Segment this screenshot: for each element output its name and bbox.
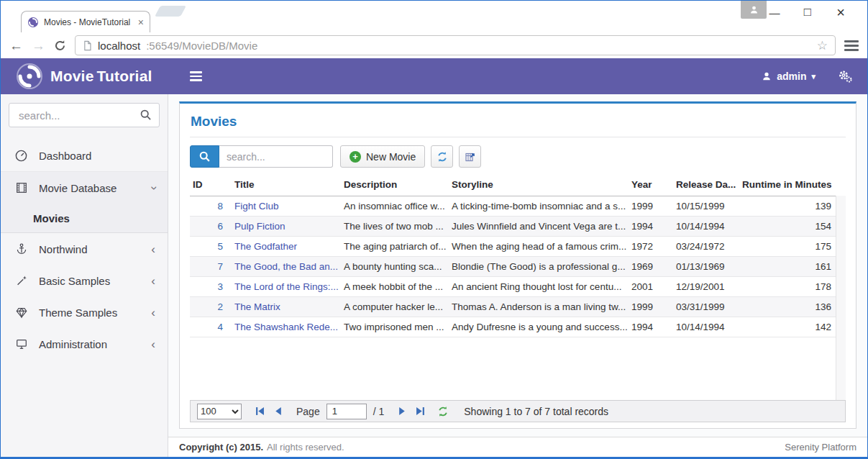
table-row: 8Fight ClubAn insomniac office w...A tic… — [190, 196, 836, 217]
app-logo-spiral-icon — [15, 62, 44, 91]
address-bar[interactable]: localhost:56549/MovieDB/Movie ☆ — [75, 35, 836, 55]
sidebar-toggle-icon[interactable] — [190, 71, 202, 81]
browser-tab[interactable]: Movies - MovieTutorial × — [21, 11, 150, 32]
url-host: localhost — [98, 40, 140, 52]
next-page-icon[interactable] — [398, 406, 407, 416]
search-icon — [140, 109, 152, 121]
movie-title-link[interactable]: The Shawshank Rede... — [234, 322, 338, 332]
first-page-icon[interactable] — [255, 406, 265, 416]
sidebar-item-theme-samples[interactable]: Theme Samples ‹ — [1, 296, 168, 328]
forward-icon[interactable]: → — [32, 39, 45, 53]
table-cell-title: The Godfather — [232, 237, 341, 257]
quick-search-button[interactable] — [190, 145, 219, 168]
movies-panel: Movies + New Movie — [179, 101, 856, 429]
table-cell-title: The Good, the Bad an... — [232, 257, 341, 277]
column-header-runtime[interactable]: Runtime in Minutes — [739, 175, 836, 196]
new-movie-button[interactable]: + New Movie — [340, 145, 425, 168]
brand-part-2: Tutorial — [97, 68, 152, 85]
table-cell-id: 6 — [190, 217, 232, 237]
quick-search-input[interactable] — [219, 145, 333, 168]
movie-title-link[interactable]: The Matrix — [234, 301, 280, 312]
caret-down-icon: ▾ — [811, 72, 816, 81]
maximize-button[interactable]: □ — [791, 2, 824, 22]
user-icon — [762, 71, 772, 81]
movie-title-link[interactable]: The Good, the Bad an... — [234, 261, 338, 272]
export-excel-button[interactable] — [459, 145, 481, 168]
column-header-title[interactable]: Title — [232, 175, 341, 196]
table-cell-desc: The aging patriarch of... — [341, 237, 449, 257]
table-cell-date: 10/14/1994 — [673, 317, 739, 337]
table-cell-desc: An insomniac office w... — [341, 196, 449, 217]
page-number-input[interactable] — [326, 404, 367, 419]
back-icon[interactable]: ← — [9, 39, 23, 53]
chevron-left-icon: ‹ — [151, 306, 155, 319]
table-header-row: ID Title Description Storyline Year Rele… — [190, 175, 836, 196]
sidebar-item-label: Administration — [39, 338, 107, 350]
plus-circle-icon: + — [350, 151, 361, 163]
table-row: 7The Good, the Bad an...A bounty hunting… — [190, 257, 836, 277]
url-path: :56549/MovieDB/Movie — [146, 40, 257, 52]
column-header-description[interactable]: Description — [341, 175, 449, 196]
table-cell-story: Blondie (The Good) is a professional g..… — [449, 257, 629, 277]
table-cell-runtime: 175 — [739, 237, 836, 257]
diamond-icon — [14, 306, 28, 319]
settings-gears-icon[interactable] — [837, 69, 853, 83]
table-cell-title: The Matrix — [232, 297, 341, 317]
table-cell-id: 2 — [190, 297, 232, 317]
wand-icon — [14, 274, 28, 287]
table-cell-runtime: 178 — [739, 277, 836, 297]
column-header-storyline[interactable]: Storyline — [449, 175, 629, 196]
window-controls: — □ × — [758, 2, 857, 22]
bookmark-star-icon[interactable]: ☆ — [817, 38, 828, 53]
sidebar-item-administration[interactable]: Administration ‹ — [1, 328, 168, 360]
column-header-release-date[interactable]: Release Da... — [673, 175, 739, 196]
sidebar-item-dashboard[interactable]: Dashboard — [1, 140, 168, 171]
minimize-button[interactable]: — — [758, 2, 791, 22]
table-cell-desc: Two imprisoned men ... — [341, 317, 449, 337]
sidebar-item-northwind[interactable]: Northwind ‹ — [1, 233, 168, 265]
chevron-left-icon: ‹ — [151, 338, 155, 350]
sidebar-item-label: Movies — [33, 212, 70, 224]
close-button[interactable]: × — [824, 2, 857, 22]
table-cell-id: 5 — [190, 237, 232, 257]
table-row: 4The Shawshank Rede...Two imprisoned men… — [190, 317, 836, 337]
last-page-icon[interactable] — [416, 406, 425, 416]
monitor-icon — [14, 337, 28, 350]
table-cell-runtime: 136 — [739, 297, 836, 317]
sidebar-search-input[interactable] — [9, 103, 160, 127]
anchor-icon — [14, 242, 28, 255]
refresh-icon[interactable] — [437, 406, 449, 417]
browser-window: Movies - MovieTutorial × — □ × ← → local… — [0, 0, 868, 459]
sidebar-item-movie-database[interactable]: Movie Database ‹ — [1, 172, 168, 204]
movie-title-link[interactable]: Pulp Fiction — [234, 221, 285, 232]
refresh-arrows-icon — [437, 151, 448, 163]
sidebar-item-basic-samples[interactable]: Basic Samples ‹ — [1, 265, 168, 296]
tab-close-icon[interactable]: × — [138, 17, 144, 27]
previous-page-icon[interactable] — [273, 406, 283, 416]
sidebar-item-movies[interactable]: Movies — [1, 204, 168, 232]
movie-title-link[interactable]: The Lord of the Rings:... — [234, 281, 339, 292]
table-row: 2The MatrixA computer hacker le...Thomas… — [190, 297, 836, 317]
chevron-down-icon: ‹ — [151, 182, 155, 194]
table-cell-story: An ancient Ring thought lost for centu..… — [449, 277, 629, 297]
column-header-year[interactable]: Year — [629, 175, 673, 196]
reload-icon[interactable] — [54, 40, 66, 52]
movie-title-link[interactable]: Fight Club — [234, 201, 279, 212]
refresh-grid-button[interactable] — [431, 145, 453, 168]
browser-menu-icon[interactable] — [844, 40, 859, 51]
user-menu[interactable]: admin ▾ — [762, 71, 816, 82]
page-title: Movies — [180, 104, 856, 137]
new-tab-button[interactable] — [155, 6, 186, 17]
column-header-id[interactable]: ID — [190, 175, 232, 196]
grid-scrollbar-track[interactable] — [836, 196, 846, 400]
table-cell-year: 1999 — [629, 196, 673, 217]
table-cell-story: When the aging head of a famous crim... — [449, 237, 629, 257]
page-icon — [83, 40, 92, 51]
movie-title-link[interactable]: The Godfather — [234, 241, 297, 252]
table-cell-desc: A bounty hunting sca... — [341, 257, 449, 277]
username: admin — [777, 71, 806, 82]
sidebar: Dashboard Movie Database ‹ Movies — [1, 94, 168, 457]
person-icon — [749, 5, 759, 14]
sidebar-item-label: Basic Samples — [39, 275, 110, 287]
page-size-select[interactable]: 100 — [197, 404, 242, 419]
